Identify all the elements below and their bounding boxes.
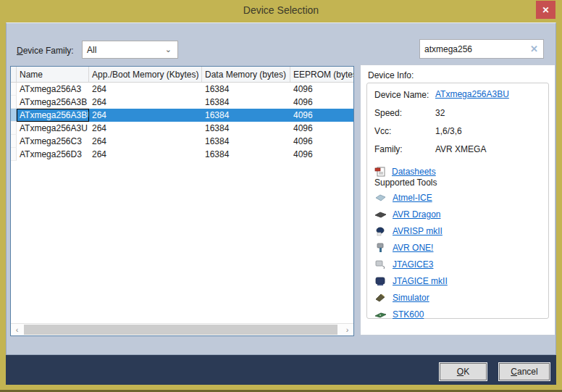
row-indicator [11, 122, 17, 135]
device-table: Name App./Boot Memory (Kbytes) Data Memo… [10, 66, 354, 336]
close-button[interactable]: ✕ [536, 1, 555, 19]
column-header-eeprom[interactable]: EEPROM (bytes) [290, 67, 353, 82]
cell-name: ATxmega256A3B [17, 96, 89, 109]
datasheets-link[interactable]: Datasheets [392, 167, 436, 177]
scroll-left-icon[interactable]: ‹ [11, 324, 23, 335]
speed-value: 32 [435, 107, 445, 118]
cell-eeprom: 4096 [290, 83, 353, 96]
row-indicator [11, 96, 17, 109]
table-row[interactable]: ATxmega256A3U 264 16384 4096 [11, 122, 353, 135]
device-info-box: Device Name: ATxmega256A3BU Speed: 32 Vc… [366, 83, 549, 319]
cell-name: ATxmega256A3 [17, 83, 89, 96]
cell-data-memory: 16384 [202, 83, 290, 96]
table-header: Name App./Boot Memory (Kbytes) Data Memo… [11, 67, 353, 83]
scrollbar-thumb[interactable] [24, 325, 337, 335]
cell-name: ATxmega256C3 [17, 135, 89, 148]
content-panel: Device Family: All ⌄ ✕ Name App./Boot Me… [6, 22, 556, 355]
table-row[interactable]: ATxmega256A3B 264 16384 4096 [11, 96, 353, 109]
datasheets-row: Datasheets [374, 164, 541, 179]
cell-boot-memory: 264 [89, 109, 202, 122]
tool-link-stk600[interactable]: STK600 [393, 309, 424, 320]
tool-row-atmel-ice: Atmel-ICE [374, 192, 448, 203]
cell-name: ATxmega256D3 [17, 148, 89, 161]
device-family-selected-value: All [87, 45, 96, 55]
stk600-icon [374, 309, 387, 320]
device-selection-dialog: Device Selection ✕ Device Family: All ⌄ … [0, 0, 562, 392]
tool-link-avr-dragon[interactable]: AVR Dragon [393, 209, 440, 220]
atmel-ice-icon [374, 193, 387, 203]
tool-row-simulator: Simulator [374, 292, 448, 303]
avr-dragon-icon [374, 209, 387, 220]
cell-name: ATxmega256A3U [17, 122, 89, 135]
cell-eeprom: 4096 [290, 122, 353, 135]
jtagice3-icon [374, 259, 387, 270]
device-name-link[interactable]: ATxmega256A3BU [435, 89, 509, 99]
search-input[interactable] [424, 41, 526, 57]
field-family: Family: AVR XMEGA [374, 143, 541, 162]
row-indicator [11, 109, 17, 122]
device-search-box: ✕ [419, 39, 544, 59]
cell-boot-memory: 264 [89, 83, 202, 96]
field-vcc: Vcc: 1,6/3,6 [374, 125, 541, 143]
row-indicator [11, 135, 17, 148]
table-row[interactable]: ATxmega256A3 264 16384 4096 [11, 83, 353, 96]
table-row[interactable]: ATxmega256D3 264 16384 4096 [11, 148, 353, 161]
close-icon: ✕ [542, 5, 549, 15]
vcc-value: 1,6/3,6 [435, 125, 462, 136]
title-bar: Device Selection ✕ [0, 0, 562, 22]
avr-one-icon [374, 243, 387, 253]
scroll-right-icon[interactable]: › [341, 324, 353, 335]
cell-eeprom: 4096 [290, 96, 353, 109]
column-header-boot-memory[interactable]: App./Boot Memory (Kbytes) [89, 67, 202, 82]
column-header-name[interactable]: Name [17, 67, 89, 82]
cell-data-memory: 16384 [202, 148, 290, 161]
table-row[interactable]: ATxmega256C3 264 16384 4096 [11, 135, 353, 148]
field-device-name: Device Name: ATxmega256A3BU [374, 89, 541, 107]
cell-eeprom: 4096 [290, 109, 353, 122]
cell-eeprom: 4096 [290, 148, 353, 161]
supported-tools-list: Atmel-ICE AVR Dragon AVRISP mkII [374, 192, 448, 320]
device-info-title: Device Info: [368, 70, 414, 80]
cell-boot-memory: 264 [89, 96, 202, 109]
tool-link-atmel-ice[interactable]: Atmel-ICE [393, 193, 432, 203]
device-family-dropdown[interactable]: All ⌄ [82, 41, 178, 59]
tool-link-avrisp-mkii[interactable]: AVRISP mkII [393, 226, 443, 236]
tool-link-jtagice3[interactable]: JTAGICE3 [393, 259, 433, 270]
tool-link-avr-one[interactable]: AVR ONE! [393, 243, 433, 253]
ok-button[interactable]: OK [440, 363, 487, 380]
cell-data-memory: 16384 [202, 109, 290, 122]
tool-row-avr-one: AVR ONE! [374, 242, 448, 253]
family-value: AVR XMEGA [435, 143, 486, 154]
cancel-button[interactable]: Cancel [499, 363, 550, 380]
cell-data-memory: 16384 [202, 96, 290, 109]
horizontal-scrollbar[interactable]: ‹ › [11, 323, 353, 335]
vcc-label: Vcc: [374, 125, 435, 136]
tool-link-jtagice-mkii[interactable]: JTAGICE mkII [393, 276, 448, 286]
tool-row-avr-dragon: AVR Dragon [374, 209, 448, 220]
row-indicator [11, 83, 17, 96]
tool-link-simulator[interactable]: Simulator [393, 293, 429, 303]
field-speed: Speed: 32 [374, 107, 541, 125]
cell-eeprom: 4096 [290, 135, 353, 148]
device-family-label: Device Family: [17, 46, 74, 56]
device-info-panel: Device Info: Device Name: ATxmega256A3BU… [360, 64, 555, 335]
device-info-fields: Device Name: ATxmega256A3BU Speed: 32 Vc… [374, 89, 541, 179]
device-name-label: Device Name: [374, 89, 435, 100]
cell-name: ATxmega256A3BU [17, 109, 89, 122]
table-row-selected[interactable]: ATxmega256A3BU 264 16384 4096 [11, 109, 353, 122]
tool-row-jtagice3: JTAGICE3 [374, 259, 448, 270]
pdf-icon [374, 167, 387, 177]
row-indicator-header [11, 67, 17, 82]
family-label: Family: [374, 143, 435, 154]
jtagice-mkii-icon [374, 276, 387, 286]
simulator-icon [374, 293, 387, 303]
dialog-title: Device Selection [0, 4, 562, 16]
cell-data-memory: 16384 [202, 122, 290, 135]
tool-row-jtagice-mkii: JTAGICE mkII [374, 275, 448, 286]
clear-search-icon[interactable]: ✕ [530, 43, 538, 54]
cell-boot-memory: 264 [89, 148, 202, 161]
cell-boot-memory: 264 [89, 135, 202, 148]
column-header-data-memory[interactable]: Data Memory (bytes) [202, 67, 290, 82]
cell-boot-memory: 264 [89, 122, 202, 135]
chevron-down-icon: ⌄ [165, 45, 172, 54]
